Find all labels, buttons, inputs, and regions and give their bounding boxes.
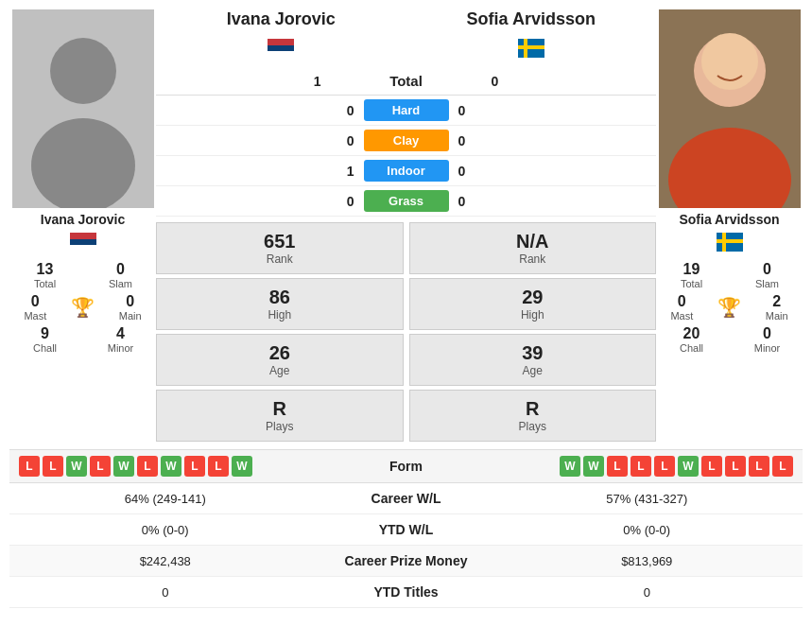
right-ytd-wl: 0% (0-0) bbox=[501, 523, 794, 537]
form-badge-l: L bbox=[43, 456, 63, 477]
left-trophy-icon: 🏆 bbox=[71, 296, 95, 319]
right-trophy-icon: 🏆 bbox=[717, 296, 741, 319]
right-plays-box: R Plays bbox=[409, 390, 657, 442]
ytd-titles-label: YTD Titles bbox=[312, 584, 501, 600]
right-total-stat: 19 Total bbox=[659, 261, 725, 289]
left-high-box: 86 High bbox=[156, 278, 404, 330]
form-badge-l: L bbox=[749, 456, 769, 477]
left-ytd-wl: 0% (0-0) bbox=[19, 523, 312, 537]
form-section: LLWLWLWLLW Form WWLLLWLLLL bbox=[9, 449, 803, 483]
right-form-badges: WWLLLWLLLL bbox=[463, 456, 794, 477]
right-minor-stat: 0 Minor bbox=[734, 325, 801, 354]
grass-score-left: 0 bbox=[336, 194, 354, 209]
hard-surface-btn[interactable]: Hard bbox=[364, 99, 449, 121]
form-badge-w: W bbox=[161, 456, 181, 477]
prize-label: Career Prize Money bbox=[312, 553, 501, 568]
left-player-name: Ivana Jorovic bbox=[41, 212, 126, 227]
right-slam-stat: 0 Slam bbox=[734, 261, 801, 289]
ytd-titles-row: 0 YTD Titles 0 bbox=[9, 577, 803, 608]
form-badge-w: W bbox=[232, 456, 252, 477]
right-player-name: Sofia Arvidsson bbox=[679, 212, 779, 227]
form-badge-l: L bbox=[631, 456, 651, 477]
form-badge-w: W bbox=[66, 456, 87, 477]
indoor-surface-btn[interactable]: Indoor bbox=[364, 160, 449, 182]
form-badge-w: W bbox=[560, 456, 580, 477]
left-mast-stat: 0 Mast bbox=[24, 293, 46, 322]
left-main-stat: 0 Main bbox=[119, 293, 142, 322]
grass-surface-btn[interactable]: Grass bbox=[364, 190, 449, 212]
form-badge-l: L bbox=[208, 456, 229, 477]
form-badge-l: L bbox=[19, 456, 40, 477]
form-badge-l: L bbox=[137, 456, 158, 477]
form-badge-l: L bbox=[654, 456, 675, 477]
right-age-box: 39 Age bbox=[409, 334, 657, 386]
left-total-stat: 13 Total bbox=[12, 261, 78, 289]
total-label: Total bbox=[331, 73, 482, 89]
left-slam-stat: 0 Slam bbox=[88, 261, 154, 289]
grass-score-right: 0 bbox=[458, 194, 477, 209]
form-badge-l: L bbox=[90, 456, 111, 477]
form-badge-w: W bbox=[113, 456, 134, 477]
left-career-wl: 64% (249-141) bbox=[19, 492, 312, 506]
left-minor-stat: 4 Minor bbox=[88, 325, 154, 354]
clay-surface-btn[interactable]: Clay bbox=[364, 130, 449, 151]
right-prize: $813,969 bbox=[501, 554, 794, 568]
total-score-right: 0 bbox=[492, 74, 510, 89]
left-flag bbox=[70, 233, 96, 252]
form-badge-l: L bbox=[607, 456, 628, 477]
hard-score-right: 0 bbox=[458, 103, 477, 118]
indoor-score-left: 1 bbox=[336, 164, 354, 179]
clay-score-left: 0 bbox=[336, 133, 354, 148]
career-wl-row: 64% (249-141) Career W/L 57% (431-327) bbox=[9, 483, 803, 514]
clay-score-right: 0 bbox=[458, 133, 477, 148]
left-prize: $242,438 bbox=[19, 554, 312, 568]
left-age-box: 26 Age bbox=[156, 334, 404, 386]
prize-row: $242,438 Career Prize Money $813,969 bbox=[9, 546, 803, 577]
ytd-wl-label: YTD W/L bbox=[312, 522, 501, 537]
right-rank-box: N/A Rank bbox=[409, 222, 657, 274]
hard-score-left: 0 bbox=[336, 103, 354, 118]
right-high-box: 29 High bbox=[409, 278, 657, 330]
form-badge-w: W bbox=[678, 456, 699, 477]
right-player-name-top: Sofia Arvidsson bbox=[406, 9, 657, 29]
left-player-name-top: Ivana Jorovic bbox=[156, 9, 406, 29]
form-badge-l: L bbox=[725, 456, 746, 477]
left-ytd-titles: 0 bbox=[19, 585, 312, 600]
right-mast-stat: 0 Mast bbox=[670, 293, 693, 322]
right-chall-stat: 20 Chall bbox=[659, 325, 725, 354]
left-flag-center bbox=[268, 39, 294, 58]
ytd-wl-row: 0% (0-0) YTD W/L 0% (0-0) bbox=[9, 514, 803, 546]
left-form-badges: LLWLWLWLLW bbox=[19, 456, 350, 477]
indoor-score-right: 0 bbox=[458, 164, 477, 179]
total-score-left: 1 bbox=[302, 74, 321, 89]
form-badge-w: W bbox=[583, 456, 604, 477]
right-flag bbox=[717, 233, 743, 252]
right-avatar bbox=[659, 9, 801, 208]
form-badge-l: L bbox=[772, 456, 793, 477]
form-badge-l: L bbox=[701, 456, 722, 477]
left-plays-box: R Plays bbox=[156, 390, 404, 442]
right-flag-center bbox=[518, 39, 544, 58]
career-wl-label: Career W/L bbox=[312, 491, 501, 506]
right-main-stat: 2 Main bbox=[766, 293, 788, 322]
right-ytd-titles: 0 bbox=[501, 585, 794, 600]
right-career-wl: 57% (431-327) bbox=[501, 492, 794, 506]
left-rank-box: 651 Rank bbox=[156, 222, 404, 274]
form-label: Form bbox=[350, 459, 463, 474]
svg-point-1 bbox=[50, 38, 116, 104]
left-chall-stat: 9 Chall bbox=[12, 325, 78, 354]
form-badge-l: L bbox=[184, 456, 205, 477]
